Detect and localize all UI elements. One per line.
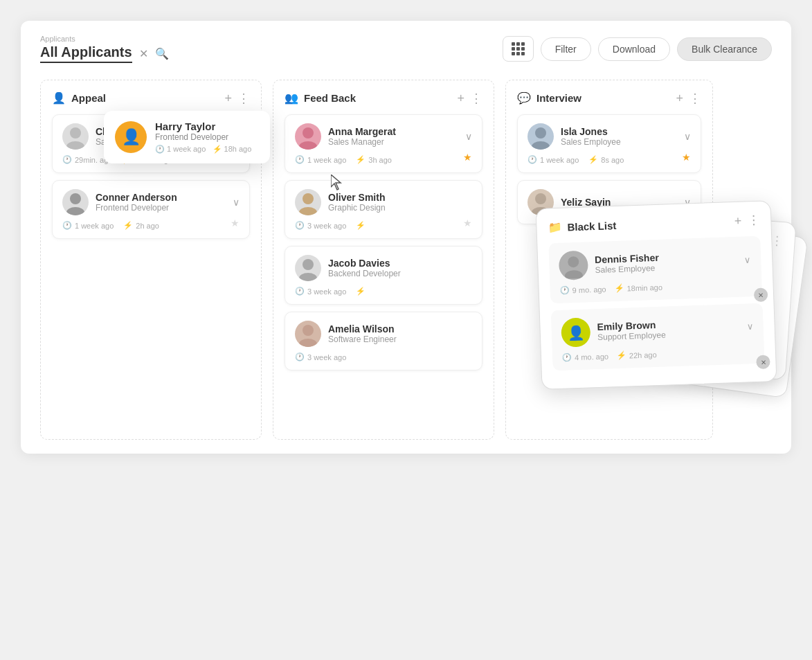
card-oliver[interactable]: Oliver Smith Graphic Design 🕐 3 week ago… [285, 180, 482, 239]
bl-meta-emily: 🕐 4 mo. ago ⚡ 22h ago [562, 346, 755, 362]
card-top-amelia: Amelia Wilson Software Engineer [295, 321, 472, 347]
interview-add-button[interactable]: + [676, 92, 683, 105]
hover-avatar: 👤 [115, 121, 147, 153]
bolt-icon: ⚡ [356, 155, 366, 164]
time2-conner: ⚡ 2h ago [123, 221, 159, 230]
appeal-menu-button[interactable]: ⋮ [237, 92, 250, 105]
card-role-anna: Sales Manager [328, 137, 396, 147]
card-meta-isla: 🕐 1 week ago ⚡ 8s ago [527, 155, 624, 164]
feedback-column: 👥 Feed Back + ⋮ Anna Margerat [273, 80, 494, 440]
avatar-charlie [62, 123, 89, 150]
grid-view-button[interactable] [503, 36, 534, 62]
card-name-oliver: Oliver Smith [328, 192, 386, 203]
clock-icon: 🕐 [559, 285, 569, 294]
grid-icon [512, 42, 525, 55]
chevron-anna[interactable]: ∨ [465, 131, 472, 142]
chevron-emily[interactable]: ∨ [746, 321, 754, 332]
clock-icon: 🕐 [295, 221, 305, 230]
card-info-emily: Emily Brown Support Employee [597, 319, 666, 342]
card-person-amelia: Amelia Wilson Software Engineer [295, 321, 397, 347]
star-anna[interactable]: ★ [463, 152, 472, 163]
svg-point-10 [303, 325, 314, 336]
chevron-dennis[interactable]: ∨ [744, 254, 752, 265]
card-bottom-isla: 🕐 1 week ago ⚡ 8s ago ★ [527, 150, 691, 164]
header-left: Applicants All Applicants ✕ 🔍 [40, 35, 169, 63]
card-info-dennis: Dennis Fisher Sales Employee [595, 252, 660, 275]
bl-person-emily: 👤 Emily Brown Support Employee [561, 315, 666, 348]
card-meta-jacob: 🕐 3 week ago ⚡ [295, 287, 472, 296]
card-role-jacob: Backend Developer [328, 269, 401, 278]
card-role-emily: Support Employee [597, 330, 666, 342]
blacklist-add-button[interactable]: + [734, 213, 741, 229]
card-jacob[interactable]: Jacob Davies Backend Developer 🕐 3 week … [285, 246, 482, 305]
avatar-conner [62, 189, 89, 215]
card-info-amelia: Amelia Wilson Software Engineer [328, 323, 397, 344]
interview-actions: + ⋮ [676, 92, 701, 105]
avatar-emily: 👤 [561, 317, 590, 347]
appeal-add-button[interactable]: + [224, 92, 232, 105]
header: Applicants All Applicants ✕ 🔍 Filter Dow… [40, 35, 772, 63]
feedback-header-left: 👥 Feed Back [285, 91, 356, 105]
hover-role: Frontend Developer [155, 132, 251, 142]
avatar-amelia [295, 321, 321, 347]
appeal-header-left: 👤 Appeal [52, 91, 106, 105]
bl-close-dennis[interactable]: ✕ [754, 287, 768, 302]
svg-point-8 [303, 259, 314, 270]
feedback-add-button[interactable]: + [457, 92, 464, 105]
star-oliver[interactable]: ★ [463, 217, 472, 229]
blacklist-menu-button[interactable]: ⋮ [747, 213, 760, 229]
bl-close-emily[interactable]: ✕ [756, 355, 770, 369]
clear-icon[interactable]: ✕ [139, 47, 148, 60]
card-person-anna: Anna Margerat Sales Manager [295, 123, 396, 150]
feedback-title: Feed Back [304, 92, 356, 104]
group-icon: 👥 [285, 91, 298, 105]
interview-menu-button[interactable]: ⋮ [689, 92, 701, 105]
bolt-icon: ⚡ [617, 351, 626, 360]
svg-point-0 [70, 127, 81, 139]
card-role-amelia: Software Engineer [328, 335, 397, 344]
clock-icon: 🕐 [62, 221, 72, 230]
bulk-clearance-button[interactable]: Bulk Clearance [677, 37, 772, 61]
svg-point-16 [568, 256, 579, 268]
card-amelia[interactable]: Amelia Wilson Software Engineer 🕐 3 week… [285, 312, 482, 371]
bl-meta-dennis: 🕐 9 mo. ago ⚡ 18min ago [559, 279, 752, 295]
card-top-jacob: Jacob Davies Backend Developer [295, 255, 472, 281]
svg-point-4 [303, 127, 314, 139]
time1-conner: 🕐 1 week ago [62, 221, 114, 230]
card-conner-anderson[interactable]: Conner Anderson Frontend Developer ∨ 🕐 1… [52, 180, 250, 239]
blacklist-title: Black List [567, 219, 616, 232]
filter-button[interactable]: Filter [541, 37, 591, 61]
appeal-title: Appeal [71, 92, 106, 104]
svg-point-1 [66, 141, 84, 150]
avatar-isla [527, 123, 554, 150]
chat-icon: 💬 [517, 91, 531, 105]
card-person-oliver: Oliver Smith Graphic Design [295, 189, 386, 215]
interview-column-header: 💬 Interview + ⋮ [517, 91, 701, 105]
bl-card-dennis[interactable]: Dennis Fisher Sales Employee ∨ 🕐 9 mo. a… [548, 236, 762, 304]
card-anna[interactable]: Anna Margerat Sales Manager ∨ 🕐 1 week a… [285, 114, 482, 173]
card-meta-oliver: 🕐 3 week ago ⚡ [295, 221, 366, 230]
card-top-conner: Conner Anderson Frontend Developer ∨ [62, 189, 240, 215]
card-name-jacob: Jacob Davies [328, 258, 401, 269]
svg-point-7 [299, 207, 317, 215]
svg-point-14 [535, 193, 546, 204]
star-conner[interactable]: ★ [231, 217, 240, 229]
hover-tooltip-card: 👤 Harry Taylor Frontend Developer 🕐 1 we… [104, 111, 270, 163]
bl-card-top-dennis: Dennis Fisher Sales Employee ∨ [559, 244, 752, 280]
search-icon[interactable]: 🔍 [155, 47, 169, 60]
avatar-anna [295, 123, 321, 150]
chevron-isla[interactable]: ∨ [684, 131, 691, 142]
star-isla[interactable]: ★ [682, 152, 691, 163]
card-top-isla: Isla Jones Sales Employee ∨ [527, 123, 691, 150]
card-isla[interactable]: Isla Jones Sales Employee ∨ 🕐 1 week ago [517, 114, 701, 173]
bl-card-emily[interactable]: 👤 Emily Brown Support Employee ∨ 🕐 4 mo.… [551, 303, 765, 371]
card-name-amelia: Amelia Wilson [328, 323, 397, 335]
download-button[interactable]: Download [598, 37, 670, 61]
chevron-conner[interactable]: ∨ [233, 197, 240, 208]
svg-point-12 [535, 127, 546, 139]
card-role-oliver: Graphic Design [328, 203, 386, 213]
avatar-jacob [295, 255, 321, 281]
svg-point-17 [565, 270, 584, 279]
feedback-menu-button[interactable]: ⋮ [470, 92, 482, 105]
svg-point-5 [299, 141, 317, 150]
